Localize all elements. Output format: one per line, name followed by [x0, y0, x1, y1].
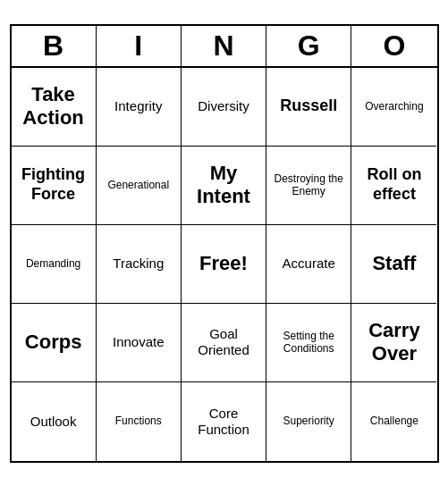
header-letter: G: [266, 26, 351, 66]
header-letter: I: [97, 26, 182, 66]
bingo-header: BINGO: [12, 26, 437, 68]
bingo-cell[interactable]: Functions: [97, 382, 182, 461]
bingo-cell[interactable]: Destroying the Enemy: [266, 147, 351, 225]
bingo-cell[interactable]: Accurate: [266, 225, 351, 304]
bingo-cell[interactable]: Carry Over: [351, 304, 436, 382]
bingo-cell[interactable]: Outlook: [12, 382, 97, 461]
cell-text: Accurate: [283, 256, 335, 272]
bingo-cell[interactable]: Fighting Force: [12, 147, 97, 225]
bingo-cell[interactable]: Integrity: [97, 68, 182, 147]
header-letter: B: [12, 26, 97, 66]
cell-text: Setting the Conditions: [270, 330, 347, 356]
bingo-cell[interactable]: Roll on effect: [351, 147, 436, 225]
bingo-cell[interactable]: Core Function: [182, 382, 266, 461]
cell-text: Diversity: [198, 98, 249, 114]
bingo-cell[interactable]: Demanding: [12, 225, 97, 304]
bingo-grid: Take ActionIntegrityDiversityRussellOver…: [12, 68, 437, 461]
bingo-cell[interactable]: Innovate: [97, 304, 182, 382]
header-letter: O: [351, 26, 436, 66]
cell-text: Overarching: [365, 100, 423, 113]
bingo-cell[interactable]: Diversity: [182, 68, 266, 147]
bingo-cell[interactable]: Generational: [97, 147, 182, 225]
cell-text: Tracking: [113, 256, 164, 272]
cell-text: Take Action: [15, 83, 92, 130]
bingo-cell[interactable]: Goal Oriented: [182, 304, 266, 382]
cell-text: Generational: [107, 179, 169, 191]
cell-text: Goal Oriented: [185, 326, 262, 358]
bingo-cell[interactable]: Tracking: [97, 225, 182, 304]
cell-text: Innovate: [113, 334, 165, 350]
cell-text: My Intent: [185, 162, 262, 209]
cell-text: Demanding: [26, 257, 80, 270]
cell-text: Staff: [372, 252, 416, 275]
bingo-cell[interactable]: Setting the Conditions: [266, 304, 351, 382]
bingo-cell[interactable]: Staff: [351, 225, 436, 304]
bingo-cell[interactable]: Corps: [12, 304, 97, 382]
bingo-cell[interactable]: Take Action: [12, 68, 97, 147]
cell-text: Destroying the Enemy: [270, 172, 347, 198]
cell-text: Core Function: [185, 406, 262, 438]
cell-text: Functions: [115, 415, 162, 427]
cell-text: Corps: [25, 331, 82, 354]
bingo-card: BINGO Take ActionIntegrityDiversityRusse…: [10, 24, 439, 463]
cell-text: Integrity: [114, 98, 162, 114]
cell-text: Free!: [199, 252, 248, 275]
bingo-cell[interactable]: Overarching: [351, 68, 436, 147]
header-letter: N: [182, 26, 266, 66]
cell-text: Superiority: [283, 415, 334, 427]
cell-text: Outlook: [30, 414, 77, 430]
bingo-cell[interactable]: My Intent: [182, 147, 266, 225]
cell-text: Roll on effect: [355, 165, 433, 204]
cell-text: Challenge: [370, 415, 418, 427]
bingo-cell[interactable]: Russell: [266, 68, 351, 147]
cell-text: Russell: [280, 96, 337, 116]
cell-text: Carry Over: [355, 319, 433, 366]
bingo-cell[interactable]: Challenge: [351, 382, 436, 461]
bingo-cell[interactable]: Free!: [182, 225, 266, 304]
bingo-cell[interactable]: Superiority: [266, 382, 351, 461]
cell-text: Fighting Force: [15, 165, 92, 204]
